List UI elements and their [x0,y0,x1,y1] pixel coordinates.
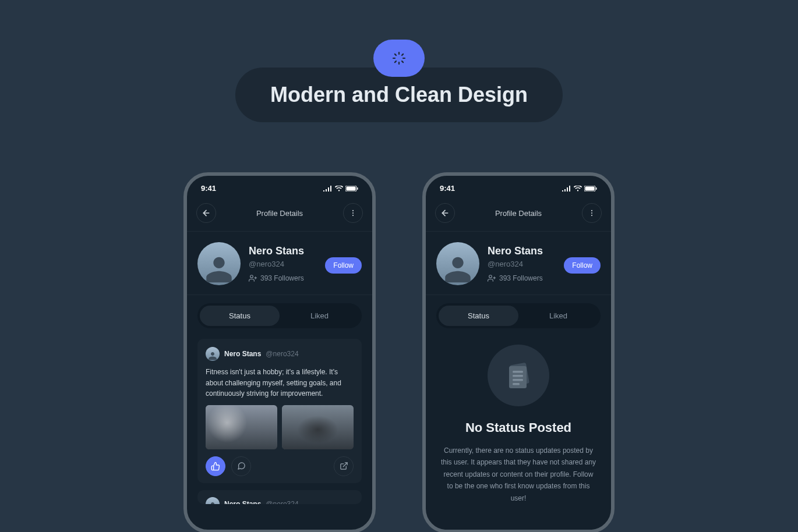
profile-name: Nero Stans [488,245,601,257]
like-button[interactable] [206,456,225,476]
post-actions [206,456,354,476]
followers-count: 393 Followers [260,274,304,282]
profile-name: Nero Stans [249,245,362,257]
share-button[interactable] [334,456,354,476]
svg-point-24 [591,212,592,214]
nav-title: Profile Details [256,209,303,218]
loading-spinner-icon [392,51,406,65]
svg-line-18 [343,463,347,467]
svg-line-6 [395,61,396,62]
empty-state: No Status Posted Currently, there are no… [426,328,611,504]
post-avatar[interactable] [206,347,220,361]
followers-row: 393 Followers [249,274,362,282]
post-author: Nero Stans [224,350,261,358]
documents-icon [501,358,536,393]
more-button[interactable] [582,203,602,223]
back-button[interactable] [196,203,216,223]
status-bar: 9:41 [426,176,611,197]
battery-icon [345,186,358,191]
signal-icon [323,186,333,191]
profile-section: Nero Stans @nero324 393 Followers Follow [426,232,611,295]
signal-icon [562,186,571,191]
header-title: Modern and Clean Design [270,83,528,107]
post-handle: @nero324 [266,350,298,358]
external-link-icon [340,462,348,470]
post-images [206,405,354,449]
wifi-icon [335,186,343,191]
tab-status[interactable]: Status [200,306,280,326]
nav-title: Profile Details [495,209,542,218]
svg-point-23 [591,210,592,211]
avatar[interactable] [197,242,241,285]
user-plus-icon [488,274,496,282]
phone-left: 9:41 Profile Details Nero Stans @ner [183,172,376,532]
followers-count: 393 Followers [499,274,543,282]
status-indicators [562,186,597,191]
nav-bar: Profile Details [187,197,372,231]
comment-button[interactable] [231,456,251,476]
svg-point-15 [250,275,253,278]
svg-rect-20 [585,186,595,190]
empty-description: Currently, there are no status updates p… [436,445,601,504]
phone-right: 9:41 Profile Details Nero Stans @ner [422,172,615,532]
svg-point-25 [591,215,592,216]
svg-rect-9 [347,186,356,190]
phones-container: 9:41 Profile Details Nero Stans @ner [183,172,615,532]
svg-rect-33 [513,379,523,381]
status-time: 9:41 [201,184,216,193]
thumbs-up-icon [211,462,220,471]
avatar[interactable] [436,242,479,285]
arrow-left-icon [202,208,211,218]
user-plus-icon [249,274,257,282]
battery-icon [584,186,597,191]
tab-liked[interactable]: Liked [518,306,598,326]
post-image-2[interactable] [282,405,354,449]
tab-liked[interactable]: Liked [280,306,359,326]
status-bar: 9:41 [187,176,372,197]
svg-point-12 [352,210,354,211]
svg-rect-10 [357,187,358,190]
empty-title: No Status Posted [436,420,601,435]
tabs: Status Liked [436,303,601,328]
svg-line-2 [395,54,396,55]
empty-state-icon-container [488,345,549,406]
post-card-partial: Nero Stans @nero324 [197,490,362,504]
tab-status[interactable]: Status [439,306,518,326]
svg-point-13 [352,212,354,214]
wifi-icon [574,186,582,191]
svg-line-3 [402,61,403,62]
arrow-left-icon [440,208,450,218]
svg-rect-32 [513,375,523,377]
more-button[interactable] [343,203,363,223]
post-header: Nero Stans @nero324 [206,347,354,361]
more-vertical-icon [588,209,596,217]
comment-icon [237,462,246,470]
followers-row: 393 Followers [488,274,601,282]
divider [426,295,611,295]
follow-button[interactable]: Follow [325,257,362,274]
nav-bar: Profile Details [426,197,611,231]
profile-section: Nero Stans @nero324 393 Followers Follow [187,232,372,295]
divider [187,295,372,295]
post-card: Nero Stans @nero324 Fitness isn't just a… [197,339,362,483]
header-badge [373,40,425,77]
svg-point-26 [489,275,492,278]
tabs: Status Liked [197,303,362,328]
post-text: Fitness isn't just a hobby; it's a lifes… [206,367,354,399]
svg-line-7 [402,54,403,55]
post-handle: @nero324 [266,500,298,504]
follow-button[interactable]: Follow [564,257,601,274]
back-button[interactable] [435,203,455,223]
svg-rect-31 [513,371,523,373]
status-indicators [323,186,358,191]
svg-rect-21 [596,187,597,190]
post-image-1[interactable] [206,405,277,449]
status-time: 9:41 [440,184,455,193]
post-author: Nero Stans [224,500,261,504]
svg-rect-34 [513,383,520,385]
more-vertical-icon [349,209,357,217]
svg-point-14 [352,215,354,216]
post-avatar[interactable] [206,497,220,504]
